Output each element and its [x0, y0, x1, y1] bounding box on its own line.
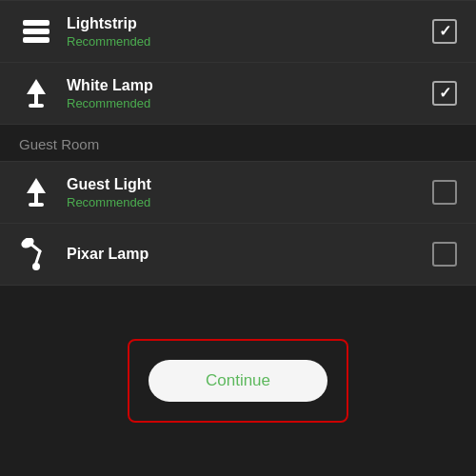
white-lamp-name: White Lamp [67, 77, 432, 94]
lightstrip-check-mark: ✓ [439, 24, 451, 39]
svg-rect-0 [23, 20, 50, 26]
svg-rect-5 [29, 104, 44, 108]
svg-rect-4 [34, 94, 38, 104]
section-guest-room: Guest Light Recommended Pixar Lamp [0, 161, 476, 286]
svg-point-12 [21, 238, 36, 250]
guest-light-icon [19, 175, 53, 209]
svg-rect-8 [29, 203, 44, 207]
lightstrip-icon [19, 14, 53, 49]
bottom-area: Continue [0, 286, 476, 476]
list-item-white-lamp[interactable]: White Lamp Recommended ✓ [0, 63, 476, 125]
pixar-lamp-text: Pixar Lamp [67, 246, 432, 263]
pixar-lamp-checkbox[interactable] [432, 242, 457, 267]
white-lamp-subtitle: Recommended [67, 96, 432, 110]
continue-button[interactable]: Continue [149, 360, 327, 402]
continue-container: Continue [128, 339, 348, 423]
lightstrip-checkbox[interactable]: ✓ [432, 19, 457, 44]
svg-line-10 [36, 251, 40, 263]
white-lamp-text: White Lamp Recommended [67, 77, 432, 110]
main-container: Lightstrip Recommended ✓ White Lamp Reco… [0, 0, 476, 476]
lightstrip-name: Lightstrip [67, 15, 432, 32]
guest-light-subtitle: Recommended [67, 195, 432, 209]
list-item-pixar-lamp[interactable]: Pixar Lamp [0, 224, 476, 286]
list-item-guest-light[interactable]: Guest Light Recommended [0, 161, 476, 224]
guest-light-name: Guest Light [67, 176, 432, 193]
white-lamp-checkbox[interactable]: ✓ [432, 81, 457, 106]
white-lamp-icon [19, 76, 53, 110]
svg-marker-6 [27, 178, 46, 193]
guest-room-section-title: Guest Room [19, 136, 99, 152]
guest-light-text: Guest Light Recommended [67, 176, 432, 209]
svg-rect-2 [23, 37, 50, 43]
guest-room-section-divider: Guest Room [0, 125, 476, 161]
white-lamp-check-mark: ✓ [439, 86, 451, 101]
section-top: Lightstrip Recommended ✓ White Lamp Reco… [0, 0, 476, 125]
pixar-lamp-icon [19, 237, 53, 271]
guest-light-checkbox[interactable] [432, 180, 457, 205]
svg-rect-7 [34, 193, 38, 203]
pixar-lamp-name: Pixar Lamp [67, 246, 432, 263]
svg-marker-3 [27, 79, 46, 94]
svg-rect-1 [23, 29, 50, 34]
lightstrip-subtitle: Recommended [67, 34, 432, 49]
lightstrip-text: Lightstrip Recommended [67, 15, 432, 49]
list-item-lightstrip[interactable]: Lightstrip Recommended ✓ [0, 0, 476, 63]
